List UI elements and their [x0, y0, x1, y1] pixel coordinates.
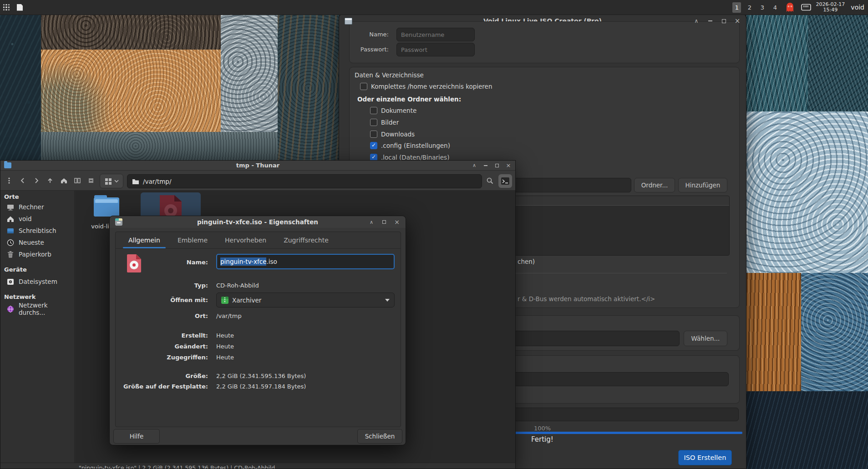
size-label: Größe: [119, 373, 208, 379]
properties-dialog: pinguin-tv-xfce.iso - Eigenschaften ∧ × … [109, 216, 406, 445]
checkbox-label: .config (Einstellungen) [381, 142, 450, 149]
shade-button[interactable]: ∧ [471, 162, 477, 169]
created-label: Erstellt: [119, 332, 208, 339]
open-with-value: Xarchiver [232, 297, 261, 304]
wallpaper-tile [41, 15, 221, 50]
checkbox-dokumente[interactable] [370, 107, 377, 114]
chevron-down-icon [114, 180, 119, 183]
menu-dots-icon[interactable] [3, 175, 15, 187]
checkbox-label: Downloads [381, 131, 415, 138]
sidebar-item-void[interactable]: void [0, 213, 75, 224]
tab-zugriffsrechte[interactable]: Zugriffsrechte [277, 232, 335, 248]
search-icon[interactable] [484, 175, 496, 187]
password-input[interactable] [396, 43, 475, 56]
split-view-icon[interactable] [71, 175, 83, 187]
copy-home-checkbox[interactable] [360, 83, 367, 90]
path-text: /var/tmp/ [143, 178, 171, 185]
properties-titlebar[interactable]: pinguin-tv-xfce.iso - Eigenschaften ∧ × [110, 216, 406, 228]
close-button[interactable]: × [505, 162, 512, 169]
wallpaper-tile [41, 50, 221, 132]
tab-bar: Allgemein Embleme Hervorheben Zugriffsre… [116, 232, 401, 249]
name-value-selected: pinguin-tv-xfce [220, 257, 266, 266]
path-bar[interactable]: /var/tmp/ [127, 174, 482, 188]
thunar-titlebar[interactable]: tmp - Thunar ∧ × [0, 161, 515, 171]
shade-button[interactable]: ∧ [693, 18, 700, 24]
app-menu-icon[interactable] [3, 4, 10, 10]
wallpaper-tile [746, 0, 808, 111]
sidebar-item-rechner[interactable]: Rechner [0, 202, 75, 212]
tab-hervorheben[interactable]: Hervorheben [218, 232, 273, 248]
close-button[interactable]: × [734, 18, 741, 24]
terminal-icon [501, 177, 510, 185]
create-iso-button[interactable]: ISO Erstellen [678, 450, 732, 465]
shade-button[interactable]: ∧ [368, 219, 375, 225]
checkbox-label: Bilder [381, 119, 399, 126]
back-icon[interactable] [17, 175, 29, 187]
up-icon[interactable] [44, 175, 56, 187]
minimize-button[interactable] [482, 162, 489, 169]
or-choose-label: Oder einzelne Ordner wählen: [357, 96, 461, 103]
checkbox-label: Dokumente [381, 107, 416, 114]
wallpaper-tile [746, 111, 868, 273]
globe-icon [6, 305, 15, 313]
workspace-2[interactable]: 2 [745, 2, 754, 13]
add-folder-button[interactable]: Hinzufügen [678, 178, 727, 192]
trash-icon [6, 251, 15, 258]
home-icon[interactable] [58, 175, 70, 187]
maximize-button[interactable] [721, 18, 727, 24]
properties-title: pinguin-tv-xfce.iso - Eigenschaften [110, 218, 406, 226]
sidebar-item-netzwerk[interactable]: Netzwerk durchs... [0, 303, 75, 314]
checkbox-bilder[interactable] [370, 119, 377, 126]
network-tray-icon[interactable] [801, 3, 812, 11]
dropdown-arrow-icon [385, 299, 390, 302]
checkbox-downloads[interactable] [370, 131, 377, 138]
clock[interactable]: 2026-02-17 15:49 [816, 2, 845, 13]
password-label: Passwort: [349, 46, 389, 53]
close-dialog-button[interactable]: Schließen [357, 429, 402, 444]
name-label: Name: [119, 259, 208, 266]
workspace-1[interactable]: 1 [732, 2, 741, 13]
tab-allgemein[interactable]: Allgemein [122, 232, 167, 248]
modified-label: Geändert: [119, 343, 208, 350]
maximize-button[interactable] [381, 219, 387, 225]
drive-icon [6, 278, 15, 286]
top-panel: 1 2 3 4 2026-02-17 15:49 void [0, 0, 868, 15]
thunar-sidebar: Orte Rechner void Schreibtisch Neueste P… [0, 191, 75, 463]
sidebar-item-neueste[interactable]: Neueste [0, 237, 75, 248]
clock-time: 15:49 [816, 7, 845, 13]
size-on-disk-value: 2,2 GiB (2.341.597.184 Bytes) [216, 383, 306, 390]
name-label: Name: [349, 31, 389, 38]
statusbar-text: "pinguin-tv-xfce.iso" | 2,2 GiB (2.341.5… [79, 464, 275, 469]
forward-icon[interactable] [30, 175, 42, 187]
window-list-icon[interactable] [17, 4, 23, 11]
help-button[interactable]: Hilfe [113, 429, 160, 444]
tab-embleme[interactable]: Embleme [171, 232, 214, 248]
sidebar-item-label: Netzwerk durchs... [19, 302, 75, 316]
sidebar-item-papierkorb[interactable]: Papierkorb [0, 249, 75, 260]
choose-output-button[interactable]: Wählen... [684, 331, 727, 346]
username-input[interactable] [396, 28, 475, 41]
close-button[interactable]: × [394, 219, 400, 225]
compact-view-icon[interactable] [85, 175, 97, 187]
maximize-button[interactable] [494, 162, 500, 169]
checkbox-config[interactable] [370, 142, 377, 149]
progress-percent: 100% [534, 425, 551, 432]
wallpaper-tile [801, 273, 868, 391]
folder-browse-button[interactable]: Ordner... [634, 178, 675, 192]
name-input[interactable]: pinguin-tv-xfce.iso [216, 254, 395, 269]
minimize-button[interactable] [707, 18, 713, 24]
archive-app-icon [115, 218, 122, 226]
computer-icon [6, 203, 15, 211]
view-mode-dropdown[interactable] [100, 174, 123, 188]
sidebar-item-schreibtisch[interactable]: Schreibtisch [0, 225, 75, 236]
ghost-tray-icon[interactable] [785, 2, 795, 13]
sidebar-item-label: Rechner [19, 203, 44, 211]
open-with-dropdown[interactable]: Xarchiver [216, 292, 395, 308]
thunar-app-icon [4, 162, 11, 168]
cut-checkbox-label-fragment: chen) [518, 258, 535, 265]
terminal-toggle-button[interactable] [498, 174, 512, 188]
workspace-3[interactable]: 3 [758, 2, 766, 13]
sidebar-item-dateisystem[interactable]: Dateisystem [0, 276, 75, 287]
type-value: CD-Roh-Abbild [216, 282, 259, 289]
workspace-4[interactable]: 4 [771, 2, 779, 13]
